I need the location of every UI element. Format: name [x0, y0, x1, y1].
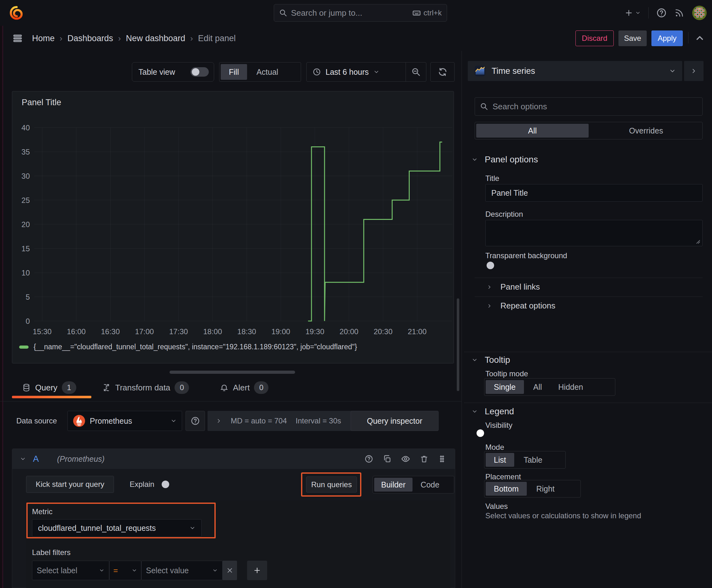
- description-textarea[interactable]: [486, 220, 703, 246]
- tab-query[interactable]: Query 1: [22, 378, 76, 397]
- svg-text:10: 10: [21, 269, 30, 277]
- tab-transform-data[interactable]: Transform data 0: [102, 378, 189, 397]
- svg-text:20: 20: [21, 220, 30, 229]
- refresh-button[interactable]: [430, 62, 455, 82]
- divider: [475, 296, 703, 297]
- tab-overrides[interactable]: Overrides: [590, 122, 702, 139]
- grafana-logo-icon[interactable]: [9, 5, 24, 21]
- select-value-dropdown[interactable]: Select value: [141, 561, 222, 580]
- transform-count-badge: 0: [175, 381, 189, 394]
- metric-select[interactable]: cloudflared_tunnel_total_requests: [32, 519, 201, 537]
- collapse-options-button[interactable]: [684, 61, 704, 81]
- svg-text:20:30: 20:30: [373, 327, 392, 336]
- legend-mode-table[interactable]: Table: [516, 451, 551, 468]
- collapse-query-chevron-icon[interactable]: [20, 456, 26, 462]
- add-filter-button[interactable]: [247, 561, 267, 580]
- search-placeholder: Search or jump to...: [291, 8, 408, 18]
- svg-text:15:30: 15:30: [33, 327, 51, 336]
- tooltip-header[interactable]: Tooltip: [472, 355, 510, 365]
- menu-icon[interactable]: [12, 33, 23, 44]
- select-label-dropdown[interactable]: Select label: [32, 561, 109, 580]
- duplicate-query-icon[interactable]: [383, 455, 391, 463]
- chevron-down-icon: [472, 357, 478, 363]
- search-options-input[interactable]: Search options: [475, 97, 703, 115]
- vertical-scrollbar-thumb[interactable]: [457, 298, 459, 391]
- svg-text:30: 30: [21, 172, 30, 180]
- tab-alert[interactable]: Alert 0: [220, 378, 268, 397]
- chevron-down-icon: [212, 568, 218, 573]
- svg-text:16:30: 16:30: [101, 327, 120, 336]
- breadcrumb-home[interactable]: Home: [32, 34, 55, 43]
- breadcrumb-bar: Home › Dashboards › New dashboard › Edit…: [0, 26, 712, 51]
- repeat-options-section[interactable]: Repeat options: [487, 301, 555, 311]
- breadcrumb-separator: ›: [118, 34, 121, 43]
- legend-placement-bottom[interactable]: Bottom: [486, 482, 527, 496]
- news-rss-icon[interactable]: [674, 8, 684, 18]
- avatar[interactable]: [692, 5, 707, 20]
- visualization-picker[interactable]: Time series: [468, 61, 682, 81]
- resize-corner-icon: [695, 239, 700, 244]
- breadcrumb-new-dashboard[interactable]: New dashboard: [126, 34, 185, 43]
- delete-query-trash-icon[interactable]: [420, 455, 429, 463]
- collapse-header-chevron-up-icon[interactable]: [694, 33, 705, 43]
- section-divider: [464, 403, 712, 403]
- options-pane-border: [461, 51, 462, 588]
- shortcut-hint: ctrl+k: [412, 8, 442, 17]
- breadcrumb-dashboards[interactable]: Dashboards: [67, 34, 113, 43]
- actual-option[interactable]: Actual: [248, 63, 286, 81]
- database-icon: [22, 383, 31, 392]
- run-queries-button[interactable]: Run queries: [306, 477, 357, 492]
- datasource-picker[interactable]: Prometheus: [67, 411, 182, 431]
- fill-option[interactable]: Fill: [221, 64, 247, 80]
- drag-handle-icon[interactable]: [438, 455, 446, 463]
- query-options-collapsed[interactable]: MD = auto = 704 Interval = 30s: [208, 411, 355, 431]
- panel-links-section[interactable]: Panel links: [487, 282, 540, 292]
- panel-options-header[interactable]: Panel options: [472, 154, 538, 165]
- tab-all[interactable]: All: [476, 124, 589, 138]
- visualization-name: Time series: [492, 66, 663, 76]
- zoom-out-button[interactable]: [406, 63, 426, 81]
- table-view-toggle[interactable]: [191, 67, 209, 77]
- save-button[interactable]: Save: [619, 30, 647, 46]
- discard-button[interactable]: Discard: [576, 30, 614, 46]
- legend-header[interactable]: Legend: [472, 406, 514, 417]
- title-input[interactable]: Panel Title: [486, 184, 703, 202]
- operator-dropdown[interactable]: =: [109, 561, 141, 580]
- new-dashboard-plus-icon[interactable]: [624, 8, 641, 17]
- global-search-input[interactable]: Search or jump to... ctrl+k: [274, 4, 447, 22]
- transform-icon: [102, 383, 111, 392]
- pane-resize-handle[interactable]: [170, 371, 295, 374]
- legend-placement-right[interactable]: Right: [528, 480, 563, 497]
- query-datasource-hint: (Prometheus): [57, 455, 105, 464]
- time-range-picker[interactable]: Last 6 hours: [307, 63, 406, 81]
- code-option[interactable]: Code: [414, 476, 447, 493]
- legend-values-description: Select values or calculations to show in…: [486, 511, 641, 520]
- tooltip-hidden[interactable]: Hidden: [550, 378, 591, 396]
- panel-options-pane: Time series Search options All Overrides…: [464, 51, 712, 588]
- legend-mode-list[interactable]: List: [486, 453, 514, 467]
- svg-text:25: 25: [21, 196, 30, 205]
- tooltip-all[interactable]: All: [525, 378, 550, 396]
- timeseries-chart[interactable]: 051015202530354015:3016:0016:3017:0017:3…: [12, 113, 453, 341]
- query-inspector-button[interactable]: Query inspector: [351, 411, 438, 431]
- help-icon[interactable]: [656, 7, 667, 18]
- label-filters-label: Label filters: [32, 548, 71, 557]
- panel-preview-title[interactable]: Panel Title: [22, 98, 61, 107]
- chevron-down-icon: [472, 408, 478, 415]
- bell-icon: [220, 383, 229, 392]
- chart-legend[interactable]: {__name__="cloudflared_tunnel_total_requ…: [19, 343, 357, 351]
- alert-count-badge: 0: [254, 381, 268, 394]
- kick-start-query-button[interactable]: Kick start your query: [26, 476, 114, 493]
- svg-text:0: 0: [26, 317, 30, 326]
- legend-series-label[interactable]: {__name__="cloudflared_tunnel_total_requ…: [34, 343, 357, 351]
- query-row-header[interactable]: A (Prometheus): [12, 449, 455, 469]
- remove-filter-button[interactable]: [222, 561, 237, 580]
- chevron-down-icon: [472, 156, 478, 163]
- builder-option[interactable]: Builder: [374, 478, 412, 491]
- hide-query-eye-icon[interactable]: [401, 454, 410, 464]
- query-help-icon[interactable]: [365, 455, 373, 463]
- tooltip-single[interactable]: Single: [486, 380, 524, 394]
- question-circle-icon: [191, 416, 200, 426]
- datasource-help-button[interactable]: [186, 411, 205, 431]
- apply-button[interactable]: Apply: [651, 30, 683, 46]
